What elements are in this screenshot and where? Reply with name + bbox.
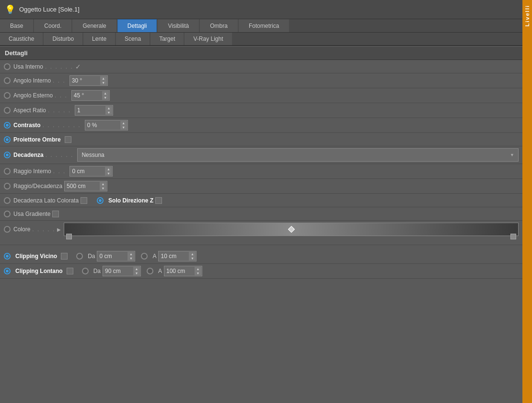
spinner-down-raggio-decadenza[interactable]: ▼ xyxy=(100,186,106,190)
tab-scena[interactable]: Scena xyxy=(116,33,150,45)
tab-lente[interactable]: Lente xyxy=(83,33,115,45)
label-da-lontano: Da xyxy=(93,268,101,274)
property-usa-gradiente: Usa Gradiente xyxy=(0,207,522,221)
spinner-up-aspect-ratio[interactable]: ▲ xyxy=(105,106,112,110)
input-clipping-vicino-da[interactable] xyxy=(99,253,125,260)
dots-raggio-interno: . . . xyxy=(53,168,66,175)
input-angolo-interno[interactable] xyxy=(72,77,98,84)
dropdown-decadenza[interactable]: Nessuna xyxy=(77,148,519,162)
spinner-down-vicino-da[interactable]: ▼ xyxy=(127,256,134,261)
spinner-down-aspect-ratio[interactable]: ▼ xyxy=(105,110,112,115)
spinner-raggio-decadenza[interactable]: ▲ ▼ xyxy=(64,181,107,191)
input-clipping-lontano-da[interactable] xyxy=(105,268,131,274)
checkbox-clipping-lontano[interactable] xyxy=(67,268,73,274)
tab-ombra[interactable]: Ombra xyxy=(200,19,238,32)
checkbox-decadenza-lato[interactable] xyxy=(81,197,87,204)
checkbox-solo-direzione-z[interactable] xyxy=(155,197,162,204)
dots-colore: . . . . . xyxy=(32,226,55,233)
spinner-clipping-vicino-a[interactable]: ▲ ▼ xyxy=(158,251,197,261)
spinner-down-angolo-esterno[interactable]: ▼ xyxy=(102,95,109,100)
spinner-up-vicino-da[interactable]: ▲ xyxy=(127,252,134,256)
spinner-angolo-interno[interactable]: ▲ ▼ xyxy=(69,75,108,86)
radio-aspect-ratio[interactable] xyxy=(4,107,11,114)
radio-angolo-interno[interactable] xyxy=(4,77,11,84)
property-clipping-vicino: Clipping Vicino Da ▲ ▼ A xyxy=(0,249,522,264)
input-aspect-ratio[interactable] xyxy=(77,107,103,114)
spinner-down-vicino-a[interactable]: ▼ xyxy=(189,256,196,261)
radio-clipping-vicino-da[interactable] xyxy=(76,253,83,260)
radio-angolo-esterno[interactable] xyxy=(4,92,11,99)
radio-clipping-lontano-a[interactable] xyxy=(147,268,153,274)
property-clipping-lontano: Clipping Lontano Da ▲ ▼ A xyxy=(0,264,522,279)
tab-dettagli[interactable]: Dettagli xyxy=(117,19,157,32)
spinner-up-lontano-a[interactable]: ▲ xyxy=(195,267,201,271)
tab-coord[interactable]: Coord. xyxy=(34,19,71,32)
checkbox-usa-gradiente[interactable] xyxy=(52,211,59,217)
tab-visibilita[interactable]: Visibilità xyxy=(158,19,199,32)
radio-contrasto[interactable] xyxy=(4,122,11,129)
spinner-angolo-esterno[interactable]: ▲ ▼ xyxy=(71,90,110,101)
gradient-handle-left[interactable] xyxy=(66,234,72,239)
radio-colore[interactable] xyxy=(4,226,11,233)
spinner-clipping-lontano-a[interactable]: ▲ ▼ xyxy=(164,266,202,276)
tab-v-ray-light[interactable]: V-Ray Light xyxy=(185,33,231,45)
checkbox-clipping-vicino[interactable] xyxy=(61,253,68,260)
radio-decadenza[interactable] xyxy=(4,152,11,158)
spinner-contrasto[interactable]: ▲ ▼ xyxy=(85,120,128,130)
radio-usa-gradiente[interactable] xyxy=(4,211,11,217)
label-usa-gradiente: Usa Gradiente xyxy=(13,211,50,217)
input-clipping-lontano-a[interactable] xyxy=(166,268,192,274)
spinner-up-angolo-esterno[interactable]: ▲ xyxy=(102,91,109,95)
radio-decadenza-lato[interactable] xyxy=(4,197,11,204)
input-contrasto[interactable] xyxy=(87,122,118,129)
tab-generale[interactable]: Generale xyxy=(72,19,116,32)
radio-raggio-decadenza[interactable] xyxy=(4,183,11,190)
spinner-up-vicino-a[interactable]: ▲ xyxy=(189,252,196,256)
radio-raggio-interno[interactable] xyxy=(4,168,11,175)
spinner-up-angolo-interno[interactable]: ▲ xyxy=(100,76,107,81)
tab-row-1: Base Coord. Generale Dettagli Visibilità… xyxy=(0,19,522,33)
tab-caustiche[interactable]: Caustiche xyxy=(0,33,43,45)
label-decadenza-lato: Decadenza Lato Colorata xyxy=(13,197,79,204)
label-solo-direzione-z: Solo Direzione Z xyxy=(108,197,153,204)
gradient-handle-right[interactable] xyxy=(510,234,516,239)
spinner-down-lontano-a[interactable]: ▼ xyxy=(195,271,201,275)
tab-base[interactable]: Base xyxy=(0,19,33,32)
spinner-clipping-lontano-da[interactable]: ▲ ▼ xyxy=(103,266,141,276)
spinner-up-raggio-interno[interactable]: ▲ xyxy=(105,167,112,171)
spinner-clipping-vicino-da[interactable]: ▲ ▼ xyxy=(97,251,135,261)
radio-clipping-vicino-a[interactable] xyxy=(141,253,148,260)
input-raggio-interno[interactable] xyxy=(72,168,103,175)
colore-expand-icon[interactable]: ▶ xyxy=(57,227,61,232)
radio-proiettore-ombre[interactable] xyxy=(4,136,11,143)
property-decadenza: Decadenza . . . . . . Nessuna xyxy=(0,146,522,164)
radio-clipping-lontano[interactable] xyxy=(4,268,11,274)
tab-fotometrica[interactable]: Fotometrica xyxy=(239,19,289,32)
tab-disturbo[interactable]: Disturbo xyxy=(44,33,82,45)
spinner-aspect-ratio[interactable]: ▲ ▼ xyxy=(75,105,113,116)
spinner-up-lontano-da[interactable]: ▲ xyxy=(133,267,140,271)
radio-clipping-vicino[interactable] xyxy=(4,253,11,260)
checkbox-proiettore-ombre[interactable] xyxy=(65,136,71,143)
spinner-up-raggio-decadenza[interactable]: ▲ xyxy=(100,182,106,186)
radio-solo-direzione-z[interactable] xyxy=(97,197,104,204)
spinner-down-raggio-interno[interactable]: ▼ xyxy=(105,171,112,176)
input-clipping-vicino-a[interactable] xyxy=(161,253,186,260)
property-colore: Colore . . . . . ▶ xyxy=(0,221,522,245)
radio-clipping-lontano-da[interactable] xyxy=(82,268,89,274)
spinner-down-lontano-da[interactable]: ▼ xyxy=(133,271,140,275)
property-usa-interno: Usa Interno . . . . . . ✓ xyxy=(0,60,522,73)
spinner-raggio-interno[interactable]: ▲ ▼ xyxy=(69,166,113,177)
spinner-down-contrasto[interactable]: ▼ xyxy=(120,125,127,130)
input-raggio-decadenza[interactable] xyxy=(67,183,97,190)
spinner-up-contrasto[interactable]: ▲ xyxy=(120,121,127,125)
main-panel: 💡 Oggetto Luce [Sole.1] Base Coord. Gene… xyxy=(0,0,522,403)
input-angolo-esterno[interactable] xyxy=(74,92,100,99)
spinner-down-angolo-interno[interactable]: ▼ xyxy=(100,81,107,85)
tab-target[interactable]: Target xyxy=(150,33,184,45)
radio-usa-interno[interactable] xyxy=(4,63,11,70)
dots-angolo-interno: . . . xyxy=(53,77,66,84)
label-aspect-ratio: Aspect Ratio xyxy=(13,107,46,114)
property-contrasto: Contrasto . . . . . . . . ▲ ▼ xyxy=(0,118,522,133)
dots-aspect-ratio: . . . . . xyxy=(48,107,71,114)
